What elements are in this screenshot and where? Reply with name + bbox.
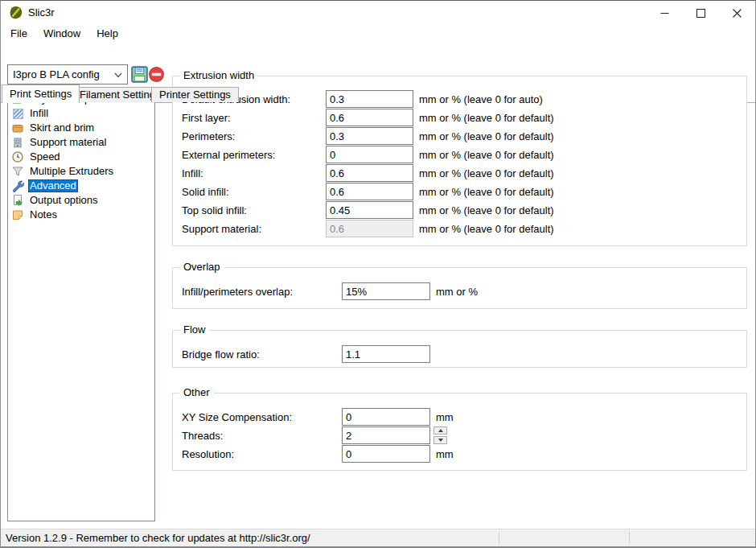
infill-perimeters-overlap-input[interactable] xyxy=(342,282,430,300)
field-label: Infill/perimeters overlap: xyxy=(182,286,342,298)
maximize-button[interactable] xyxy=(683,1,719,25)
status-bar: Version 1.2.9 - Remember to check for up… xyxy=(1,529,755,546)
external-perimeters-input[interactable] xyxy=(326,146,413,163)
threads-spinner-up[interactable] xyxy=(433,426,447,435)
field-row: Bridge flow ratio: xyxy=(178,345,742,363)
sidebar-item-label: Advanced xyxy=(28,179,78,192)
extruders-icon xyxy=(11,165,24,178)
menu-help[interactable]: Help xyxy=(88,25,126,43)
group-title: Other xyxy=(179,386,214,398)
group-flow: Flow Bridge flow ratio: xyxy=(172,330,747,368)
field-row: Threads: xyxy=(178,426,742,444)
group-title: Flow xyxy=(179,323,209,336)
field-row: Resolution: mm xyxy=(178,445,742,463)
preset-select[interactable]: I3pro B PLA config xyxy=(7,64,128,84)
minimize-button[interactable] xyxy=(647,1,683,25)
sidebar-item-skirt-and-brim[interactable]: Skirt and brim xyxy=(8,121,154,135)
threads-spinner-down[interactable] xyxy=(433,436,447,444)
top-solid-infill-input[interactable] xyxy=(326,201,413,219)
group-extrusion-width: Extrusion width Default extrusion width:… xyxy=(172,76,747,246)
sidebar-item-label: Skirt and brim xyxy=(28,122,96,134)
skirt-icon xyxy=(11,122,24,134)
field-note: mm xyxy=(436,448,454,460)
field-note: mm or % (leave 0 for default) xyxy=(419,186,554,198)
sidebar-item-label: Notes xyxy=(28,208,59,221)
field-note: mm or % (leave 0 for default) xyxy=(419,204,554,216)
group-title: Extrusion width xyxy=(179,69,258,81)
field-note: mm or % (leave 0 for default) xyxy=(419,112,554,124)
field-label: Infill: xyxy=(182,167,326,179)
tab-printer-settings[interactable]: Printer Settings xyxy=(151,87,239,102)
bridge-flow-ratio-input[interactable] xyxy=(342,345,430,363)
notes-icon xyxy=(11,208,24,221)
solid-infill-input[interactable] xyxy=(326,183,413,200)
default-extrusion-width-input[interactable] xyxy=(326,90,413,108)
resolution-input[interactable] xyxy=(342,445,430,463)
status-separator xyxy=(629,532,630,544)
chevron-down-icon xyxy=(114,72,122,78)
threads-spinner xyxy=(433,426,447,444)
field-row: Perimeters: mm or % (leave 0 for default… xyxy=(178,127,742,145)
field-label: External perimeters: xyxy=(182,149,326,161)
sidebar-item-infill[interactable]: Infill xyxy=(8,106,154,121)
menubar: File Window Help xyxy=(1,25,755,43)
menu-window[interactable]: Window xyxy=(35,25,88,43)
app-window: Slic3r File Window Help Print Settings F… xyxy=(0,0,756,548)
sidebar-item-label: Output options xyxy=(28,194,100,207)
save-icon xyxy=(131,66,148,83)
settings-tree: Layers and perimeters Infill Skirt and b… xyxy=(7,88,155,521)
xy-size-compensation-input[interactable] xyxy=(342,408,430,426)
minimize-icon xyxy=(660,9,669,18)
save-preset-button[interactable] xyxy=(131,66,148,83)
support-icon xyxy=(11,136,24,149)
sidebar-item-multiple-extruders[interactable]: Multiple Extruders xyxy=(8,164,154,179)
window-title: Slic3r xyxy=(28,1,55,25)
output-icon xyxy=(11,194,24,207)
field-row: Infill/perimeters overlap: mm or % xyxy=(178,282,742,300)
sidebar-item-label: Speed xyxy=(28,150,62,163)
menu-file[interactable]: File xyxy=(2,25,35,43)
maximize-icon xyxy=(696,9,705,18)
titlebar: Slic3r xyxy=(1,1,755,25)
field-row: External perimeters: mm or % (leave 0 fo… xyxy=(178,146,742,163)
field-label: Solid infill: xyxy=(182,186,326,198)
sidebar-item-support-material[interactable]: Support material xyxy=(8,135,154,150)
field-label: Bridge flow ratio: xyxy=(182,348,342,361)
field-note: mm or % (leave 0 for default) xyxy=(419,130,554,142)
field-row: Support material: mm or % (leave 0 for d… xyxy=(178,220,742,237)
infill-width-input[interactable] xyxy=(326,164,413,182)
sidebar-item-label: Infill xyxy=(28,107,50,120)
sidebar-item-label: Multiple Extruders xyxy=(28,165,115,178)
field-row: Infill: mm or % (leave 0 for default) xyxy=(178,164,742,182)
support-material-width-input xyxy=(326,220,413,237)
field-row: First layer: mm or % (leave 0 for defaul… xyxy=(178,109,742,126)
group-other: Other XY Size Compensation: mm Threads: … xyxy=(172,393,747,471)
delete-preset-button[interactable] xyxy=(148,66,165,83)
close-button[interactable] xyxy=(719,1,755,25)
field-note: mm or % (leave 0 for default) xyxy=(419,167,554,179)
field-label: Resolution: xyxy=(182,448,342,460)
perimeters-input[interactable] xyxy=(326,127,413,145)
status-text: Version 1.2.9 - Remember to check for up… xyxy=(6,529,310,546)
field-label: XY Size Compensation: xyxy=(182,411,342,423)
speed-icon xyxy=(11,150,24,163)
status-separator xyxy=(499,532,499,544)
tab-print-settings[interactable]: Print Settings xyxy=(2,84,80,103)
close-icon xyxy=(733,9,742,18)
tab-bar: Print Settings Filament Settings Printer… xyxy=(1,43,755,61)
arrow-down-icon xyxy=(438,439,443,442)
infill-icon xyxy=(11,107,24,120)
first-layer-input[interactable] xyxy=(326,109,413,126)
field-note: mm or % (leave 0 for auto) xyxy=(419,93,543,105)
sidebar-item-output-options[interactable]: Output options xyxy=(8,193,154,208)
field-note: mm or % xyxy=(436,286,478,298)
field-row: Solid infill: mm or % (leave 0 for defau… xyxy=(178,183,742,200)
sidebar-item-label: Support material xyxy=(28,136,108,149)
threads-input[interactable] xyxy=(342,426,430,444)
sidebar-item-speed[interactable]: Speed xyxy=(8,150,154,164)
field-label: Threads: xyxy=(182,430,342,442)
sidebar-item-advanced[interactable]: Advanced xyxy=(8,179,154,193)
field-label: Top solid infill: xyxy=(182,204,326,216)
field-label: Perimeters: xyxy=(182,130,326,142)
sidebar-item-notes[interactable]: Notes xyxy=(8,208,154,222)
